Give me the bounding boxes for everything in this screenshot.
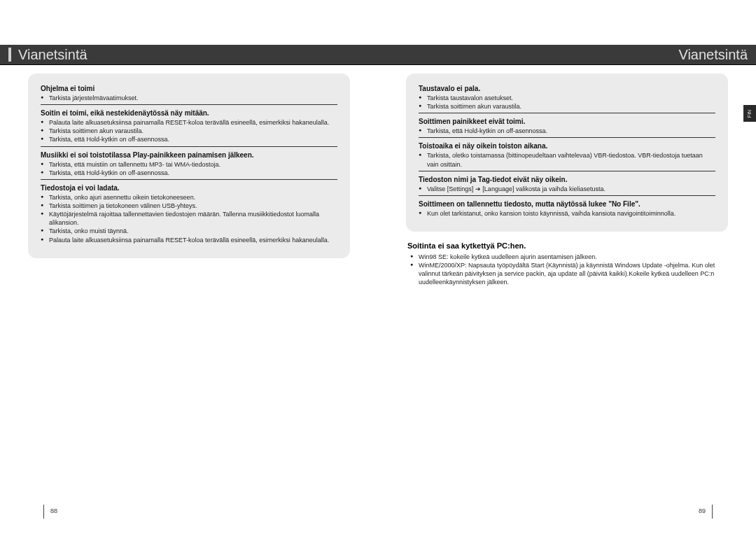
bullet-item: Tarkista, onko ajuri asennettu oikein ti… [41,193,337,202]
bullet-list: Tarkista, että Hold-kytkin on off-asenno… [419,127,715,135]
bullet-item: Tarkista soittimen akun varaustila. [41,127,337,135]
page-number-tick [712,505,713,519]
bullet-item: Win98 SE: kokeile kytkeä uudelleen ajuri… [410,253,728,261]
bullet-item: Tarkista, onko muisti täynnä. [41,227,337,235]
left-panel: Ohjelma ei toimi Tarkista järjestelmävaa… [28,73,350,258]
section-tiedostoja: Tiedostoja ei voi ladata. Tarkista, onko… [41,184,337,244]
right-panel: Taustavalo ei pala. Tarkista taustavalon… [406,73,728,232]
bullet-list: Tarkista, että muistiin on tallennettu M… [41,160,337,177]
bullet-item: Tarkista soittimen akun varaustila. [419,102,715,111]
bullet-item: Tarkista, että muistiin on tallennettu M… [41,160,337,169]
right-page-title: Vianetsintä [678,47,748,63]
bullet-item: Tarkista, että Hold-kytkin on off-asenno… [41,135,337,143]
bullet-list: Tarkista taustavalon asetukset. Tarkista… [419,94,715,111]
divider [419,171,715,171]
bullet-item: Tarkista, että Hold-kytkin on off-asenno… [41,169,337,177]
right-page-number: 89 [699,507,706,514]
divider [41,146,337,147]
divider [419,137,715,138]
bullet-item: Palauta laite alkuasetuksiinsa painamall… [41,118,337,127]
right-subtitle: Soitinta ei saa kytkettyä PC:hen. [407,241,728,250]
section-toistoaika: Toistoaika ei näy oikein toiston aikana.… [419,142,715,171]
section-heading: Soitin ei toimi, eikä nestekidenäytössä … [41,109,337,117]
section-heading: Taustavalo ei pala. [419,85,715,92]
section-musiikki: Musiikki ei soi toistotilassa Play-paini… [41,151,337,180]
section-tagtiedot: Tiedoston nimi ja Tag-tiedot eivät näy o… [419,176,715,196]
bullet-item: Kun olet tarkistanut, onko kansion toist… [419,209,715,218]
bullet-item: Tarkista taustavalon asetukset. [419,94,715,102]
bullet-item: Käyttöjärjestelmä rajoittaa tallennettav… [41,210,337,227]
section-heading: Musiikki ei soi toistotilassa Play-paini… [41,151,337,159]
right-page: Vianetsintä Taustavalo ei pala. Tarkista… [378,0,756,534]
section-heading: Soittimeen on tallennettu tiedosto, mutt… [419,200,715,208]
bullet-list: Palauta laite alkuasetuksiinsa painamall… [41,118,337,143]
language-tab: FIN [743,105,756,122]
page-number-tick [43,505,44,519]
left-title-bar: Vianetsintä [0,45,378,65]
left-page-number: 88 [50,507,57,514]
section-heading: Ohjelma ei toimi [41,85,337,92]
language-tab-label: FIN [748,109,752,117]
page-spread: Vianetsintä Ohjelma ei toimi Tarkista jä… [0,0,756,534]
section-ohjelma: Ohjelma ei toimi Tarkista järjestelmävaa… [41,85,337,105]
title-tick-icon [8,48,11,62]
bullet-item: Tarkista soittimen ja tietokoneen väline… [41,202,337,210]
section-nofile: Soittimeen on tallennettu tiedosto, mutt… [419,200,715,218]
divider [41,104,337,105]
bullet-item: Valitse [Settings] ➔ [Language] valikost… [419,185,715,193]
bullet-list: Valitse [Settings] ➔ [Language] valikost… [419,185,715,193]
bullet-list: Tarkista, onko ajuri asennettu oikein ti… [41,193,337,244]
left-page: Vianetsintä Ohjelma ei toimi Tarkista jä… [0,0,378,534]
bullet-item: WinME/2000/XP: Napsauta työpöydältä Star… [410,261,728,286]
divider [41,179,337,180]
section-heading: Soittimen painikkeet eivät toimi. [419,118,715,125]
left-page-title: Vianetsintä [18,47,88,63]
bullet-list: Tarkista järjestelmävaatimukset. [41,94,337,102]
divider [419,195,715,196]
section-taustavalo: Taustavalo ei pala. Tarkista taustavalon… [419,85,715,113]
bullet-item: Tarkista järjestelmävaatimukset. [41,94,337,102]
section-soitin: Soitin ei toimi, eikä nestekidenäytössä … [41,109,337,146]
bullet-item: Tarkista, oletko toistamassa (bittinopeu… [419,151,715,168]
bullet-list: Tarkista, oletko toistamassa (bittinopeu… [419,151,715,168]
section-heading: Tiedostoja ei voi ladata. [41,184,337,192]
section-heading: Tiedoston nimi ja Tag-tiedot eivät näy o… [419,176,715,183]
bullet-item: Tarkista, että Hold-kytkin on off-asenno… [419,127,715,135]
section-painikkeet: Soittimen painikkeet eivät toimi. Tarkis… [419,118,715,138]
right-title-bar: Vianetsintä [378,45,756,65]
sub-bullet-list: Win98 SE: kokeile kytkeä uudelleen ajuri… [406,253,728,287]
divider [419,113,715,113]
bullet-list: Kun olet tarkistanut, onko kansion toist… [419,209,715,218]
bullet-item: Palauta laite alkuasetuksiinsa painamall… [41,236,337,244]
section-heading: Toistoaika ei näy oikein toiston aikana. [419,142,715,150]
